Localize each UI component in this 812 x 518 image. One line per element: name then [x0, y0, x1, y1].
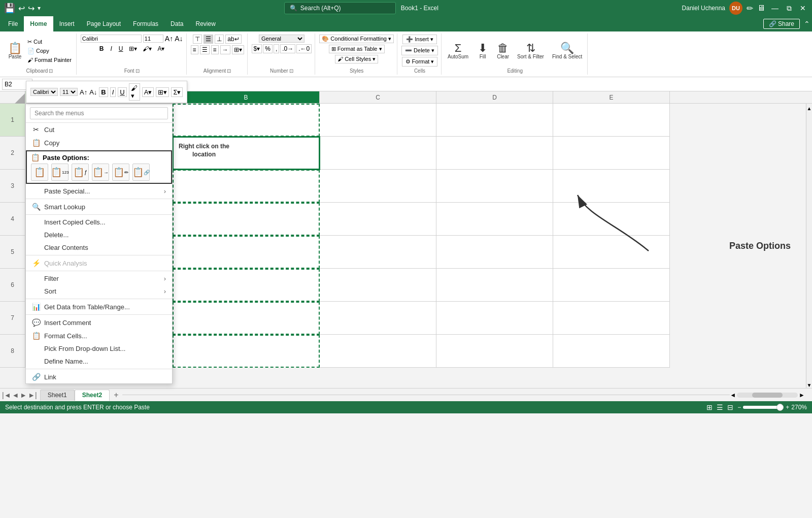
tab-insert[interactable]: Insert: [53, 16, 81, 31]
fill-color-btn[interactable]: 🖌▾: [141, 44, 154, 53]
mini-size-select[interactable]: 11: [60, 88, 78, 96]
tab-home[interactable]: Home: [24, 16, 53, 31]
tab-page-layout[interactable]: Page Layout: [81, 16, 127, 31]
ribbon-collapse-icon[interactable]: ⌃: [804, 20, 810, 28]
font-expand-icon[interactable]: ⊡: [136, 68, 140, 74]
minimize-button[interactable]: —: [769, 4, 781, 12]
cell-b3[interactable]: [173, 170, 320, 203]
sheet-nav-next[interactable]: ►: [20, 391, 27, 399]
row-header-8[interactable]: 8: [0, 335, 25, 368]
tab-formulas[interactable]: Formulas: [127, 16, 164, 31]
cell-b4[interactable]: [173, 203, 320, 236]
paste-button[interactable]: 📋 Paste: [6, 42, 24, 60]
cell-c6[interactable]: [320, 269, 436, 302]
paste-icon-1[interactable]: 📋: [31, 164, 48, 181]
cell-b5[interactable]: [173, 236, 320, 269]
comma-btn[interactable]: ,: [274, 44, 279, 53]
cell-e7[interactable]: [553, 302, 670, 335]
find-select-btn[interactable]: 🔍 Find & Select: [550, 42, 584, 60]
cm-item-filter[interactable]: Filter ›: [26, 272, 172, 285]
cm-item-sort[interactable]: Sort ›: [26, 285, 172, 298]
cell-c7[interactable]: [320, 302, 436, 335]
dec-decimal-btn[interactable]: .←0: [296, 44, 312, 53]
cell-e2[interactable]: [553, 137, 670, 170]
sheet-nav-prev[interactable]: ◄: [12, 391, 19, 399]
cm-item-copy[interactable]: 📋 Copy: [26, 136, 172, 149]
mini-font-select[interactable]: Calibri: [30, 88, 58, 96]
row-header-7[interactable]: 7: [0, 302, 25, 335]
mini-border-btn[interactable]: ⊞▾: [156, 87, 169, 97]
h-scroll-left[interactable]: ◄: [730, 392, 736, 399]
borders-btn[interactable]: ⊞▾: [127, 44, 139, 53]
conditional-formatting-btn[interactable]: 🎨 Conditional Formatting ▾: [319, 35, 394, 43]
copy-button[interactable]: 📄 Copy: [26, 47, 73, 55]
cm-item-insert-copied[interactable]: Insert Copied Cells...: [26, 216, 172, 229]
cell-b2[interactable]: Right click on thelocation ↑: [173, 137, 320, 170]
mini-autosum-btn[interactable]: Σ▾: [171, 87, 183, 97]
cm-item-insert-comment[interactable]: 💬 Insert Comment: [26, 316, 172, 329]
tab-sheet1[interactable]: Sheet1: [40, 390, 75, 401]
tab-file[interactable]: File: [2, 16, 24, 31]
insert-cells-btn[interactable]: ➕ Insert ▾: [402, 35, 437, 44]
wrap-text-btn[interactable]: ab↵: [225, 35, 241, 44]
indent-btn[interactable]: →: [220, 45, 230, 54]
cell-c5[interactable]: [320, 236, 436, 269]
mini-bold-btn[interactable]: B: [99, 87, 108, 97]
left-align-btn[interactable]: ≡: [191, 45, 198, 54]
col-header-d[interactable]: D: [436, 91, 553, 103]
zoom-thumb[interactable]: [776, 404, 784, 411]
cell-c8[interactable]: [320, 335, 436, 368]
cm-item-pick-dropdown[interactable]: Pick From Drop-down List...: [26, 342, 172, 355]
cell-e6[interactable]: [553, 269, 670, 302]
center-align-btn[interactable]: ☰: [200, 45, 210, 54]
bold-btn[interactable]: B: [97, 44, 107, 54]
h-scrollbar[interactable]: ◄ ►: [730, 392, 805, 399]
font-family-select[interactable]: [81, 35, 142, 43]
restore-button[interactable]: ⧉: [785, 4, 794, 13]
merge-btn[interactable]: ⊞▾: [232, 45, 244, 54]
cut-button[interactable]: ✂ Cut: [26, 38, 73, 46]
row-header-6[interactable]: 6: [0, 269, 25, 302]
font-color-btn[interactable]: A▾: [155, 44, 166, 53]
row-header-4[interactable]: 4: [0, 203, 25, 236]
paste-icon-4[interactable]: 📋→: [92, 164, 109, 181]
scroll-up-arrow[interactable]: ▲: [807, 106, 812, 111]
scroll-down-arrow[interactable]: ▼: [807, 382, 812, 388]
context-menu-search-input[interactable]: [30, 107, 168, 119]
tab-data[interactable]: Data: [164, 16, 189, 31]
alignment-expand-icon[interactable]: ⊡: [227, 68, 231, 74]
clear-btn[interactable]: 🗑 Clear: [495, 42, 511, 60]
cell-b7[interactable]: [173, 302, 320, 335]
page-layout-view-btn[interactable]: ☰: [717, 403, 723, 411]
cell-b8[interactable]: [173, 335, 320, 368]
number-expand-icon[interactable]: ⊡: [289, 68, 293, 74]
currency-btn[interactable]: $▾: [252, 44, 262, 53]
row-header-1[interactable]: 1: [0, 104, 25, 137]
mini-font-color-btn[interactable]: A▾: [142, 87, 154, 97]
cell-e8[interactable]: [553, 335, 670, 368]
row-header-3[interactable]: 3: [0, 170, 25, 203]
normal-view-btn[interactable]: ⊞: [706, 403, 713, 411]
cell-c2[interactable]: [320, 137, 436, 170]
cm-item-paste-special[interactable]: Paste Special... ›: [26, 185, 172, 198]
tab-sheet2[interactable]: Sheet2: [75, 390, 110, 401]
mid-align-btn[interactable]: ☰: [204, 35, 213, 44]
top-align-btn[interactable]: ⊤: [193, 35, 202, 44]
cell-e1[interactable]: [553, 104, 670, 137]
cell-d8[interactable]: [436, 335, 553, 368]
sheet-nav-first[interactable]: |◄: [2, 391, 11, 399]
cell-b1[interactable]: [173, 104, 320, 137]
autosum-btn[interactable]: Σ AutoSum: [446, 42, 470, 60]
cell-styles-btn[interactable]: 🖌 Cell Styles ▾: [335, 55, 378, 63]
search-bar[interactable]: 🔍 Search (Alt+Q): [284, 2, 396, 14]
zoom-slider[interactable]: [743, 406, 784, 409]
paste-icon-6[interactable]: 📋🔗: [132, 164, 150, 181]
mini-italic-btn[interactable]: I: [110, 87, 116, 97]
format-painter-button[interactable]: 🖌 Format Painter: [26, 56, 73, 63]
italic-btn[interactable]: I: [108, 44, 114, 54]
cm-item-smart-lookup[interactable]: 🔍 Smart Lookup: [26, 200, 172, 213]
cell-d7[interactable]: [436, 302, 553, 335]
bot-align-btn[interactable]: ⊥: [215, 35, 224, 44]
format-as-table-btn[interactable]: ⊞ Format as Table ▾: [329, 45, 385, 53]
col-header-c[interactable]: C: [320, 91, 436, 103]
